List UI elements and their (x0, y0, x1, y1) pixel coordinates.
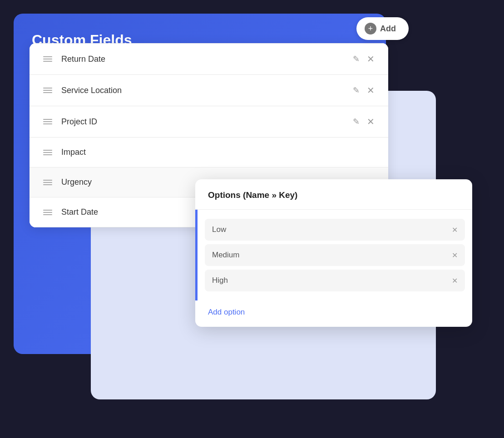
field-row-project-id: Project ID ✎ ✕ (30, 106, 388, 138)
option-delete-high[interactable]: ✕ (452, 276, 458, 285)
option-label-low: Low (212, 225, 452, 234)
option-item-medium: Medium ✕ (205, 244, 465, 266)
option-item-low: Low ✕ (205, 219, 465, 241)
field-actions-service-location: ✎ ✕ (353, 85, 375, 96)
field-actions-project-id: ✎ ✕ (353, 116, 375, 127)
scene: Custom Fields + Add Return Date ✎ ✕ (0, 0, 504, 438)
add-option-button[interactable]: Add option (208, 308, 245, 316)
add-button-label: Add (380, 24, 396, 34)
edit-icon-project-id[interactable]: ✎ (353, 117, 360, 127)
options-panel-title: Options (Name » Key) (195, 179, 472, 210)
field-name-return-date: Return Date (61, 54, 353, 64)
delete-icon-service-location[interactable]: ✕ (367, 85, 375, 96)
option-delete-low[interactable]: ✕ (452, 226, 458, 234)
options-list: Low ✕ Medium ✕ High ✕ (198, 210, 472, 300)
field-name-service-location: Service Location (61, 86, 353, 95)
edit-icon-return-date[interactable]: ✎ (353, 54, 360, 64)
drag-handle-service-location[interactable] (43, 88, 52, 93)
option-item-high: High ✕ (205, 270, 465, 291)
add-icon: + (365, 23, 376, 34)
field-actions-return-date: ✎ ✕ (353, 54, 375, 64)
add-button[interactable]: + Add (356, 17, 409, 40)
options-panel: Options (Name » Key) Low ✕ Medium ✕ High… (195, 179, 472, 327)
edit-icon-service-location[interactable]: ✎ (353, 85, 360, 95)
option-delete-medium[interactable]: ✕ (452, 251, 458, 260)
option-label-medium: Medium (212, 251, 452, 260)
drag-handle-impact[interactable] (43, 150, 52, 155)
option-label-high: High (212, 276, 452, 285)
delete-icon-return-date[interactable]: ✕ (367, 54, 375, 64)
drag-handle-project-id[interactable] (43, 119, 52, 124)
field-name-project-id: Project ID (61, 117, 353, 127)
add-option-row: Add option (195, 300, 472, 327)
field-row-return-date: Return Date ✎ ✕ (30, 43, 388, 75)
field-row-service-location: Service Location ✎ ✕ (30, 75, 388, 106)
field-row-impact: Impact (30, 138, 388, 167)
drag-handle-return-date[interactable] (43, 56, 52, 62)
drag-handle-start-date[interactable] (43, 210, 52, 215)
delete-icon-project-id[interactable]: ✕ (367, 116, 375, 127)
options-body: Low ✕ Medium ✕ High ✕ (195, 210, 472, 300)
field-name-impact: Impact (61, 148, 375, 157)
drag-handle-urgency[interactable] (43, 180, 52, 185)
